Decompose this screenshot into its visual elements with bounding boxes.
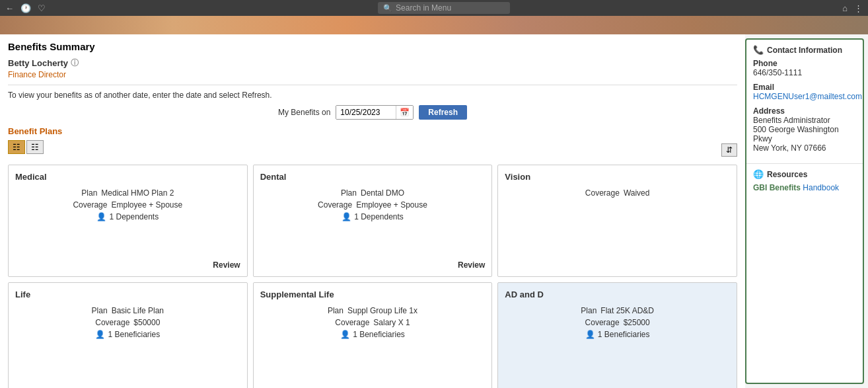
dependents-life: 👤 1 Beneficiaries — [15, 330, 240, 339]
plan-card-body-life: Plan Basic Life Plan Coverage $50000 👤 1… — [15, 306, 240, 387]
coverage-row-medical: Coverage Employee + Spouse — [15, 200, 240, 210]
globe-icon: 🌐 — [753, 169, 764, 179]
top-bar: ← 🕐 ♡ 🔍 ⌂ ⋮ — [0, 0, 868, 16]
plan-label-dental: Plan — [341, 188, 357, 198]
date-input[interactable] — [336, 106, 396, 119]
coverage-row-supplemental-life: Coverage Salary X 1 — [260, 318, 486, 327]
plan-card-ad-and-d: AD and D Plan Flat 25K AD&D Coverage $25… — [497, 282, 737, 388]
favorite-icon[interactable]: ♡ — [38, 3, 46, 13]
phone-label: Phone — [753, 59, 856, 68]
review-medical[interactable]: Review — [15, 260, 240, 270]
menu-icon[interactable]: ⋮ — [854, 3, 863, 13]
coverage-row-ad-and-d: Coverage $25000 — [505, 318, 730, 327]
plan-card-life: Life Plan Basic Life Plan Coverage $5000… — [8, 282, 248, 388]
address-label: Address — [753, 106, 856, 116]
page-title: Benefits Summary — [8, 41, 737, 52]
top-bar-right: ⌂ ⋮ — [842, 3, 863, 13]
refresh-button[interactable]: Refresh — [419, 105, 467, 120]
email-label: Email — [753, 83, 856, 92]
gbi-text: GBI Benefits — [753, 183, 801, 192]
coverage-row-vision: Coverage Waived — [505, 188, 730, 198]
coverage-value-vision: Waived — [624, 188, 650, 198]
dependents-text-dental: 1 Dependents — [354, 212, 404, 221]
plan-card-medical: Medical Plan Medical HMO Plan 2 Coverage… — [8, 165, 248, 277]
plan-card-body-ad-and-d: Plan Flat 25K AD&D Coverage $25000 👤 1 B… — [505, 306, 730, 387]
coverage-row-dental: Coverage Employee + Spouse — [260, 200, 486, 210]
dependents-medical: 👤 1 Dependents — [15, 212, 240, 221]
plan-value-life: Basic Life Plan — [112, 306, 164, 315]
search-input[interactable] — [396, 3, 501, 13]
contact-section-title: 📞 Contact Information — [753, 45, 856, 55]
benefit-plans-title: Benefit Plans — [8, 126, 737, 136]
home-icon[interactable]: ⌂ — [842, 3, 848, 13]
dependents-icon-medical: 👤 — [96, 212, 106, 221]
review-dental[interactable]: Review — [260, 260, 486, 270]
dependents-ad-and-d: 👤 1 Beneficiaries — [505, 330, 730, 339]
plan-card-title-medical: Medical — [15, 172, 240, 182]
sidebar: 📞 Contact Information Phone 646/350-1111… — [745, 38, 864, 384]
clock-icon[interactable]: 🕐 — [20, 3, 31, 13]
plan-card-supplemental-life: Supplemental Life Plan Suppl Group Life … — [253, 282, 493, 388]
dependents-text-medical: 1 Dependents — [109, 212, 159, 221]
benefits-instruction: To view your benefits as of another date… — [8, 91, 737, 100]
view-table-button[interactable]: ☷ — [26, 140, 44, 154]
view-card-button[interactable]: ☷ — [8, 140, 25, 154]
plan-name-row-medical: Plan Medical HMO Plan 2 — [15, 188, 240, 198]
coverage-label-supplemental-life: Coverage — [335, 318, 369, 327]
address-line2: 500 George Washington Pkwy — [753, 125, 856, 143]
back-icon[interactable]: ← — [5, 3, 14, 13]
plan-card-title-life: Life — [15, 290, 240, 299]
address-line1: Benefits Administrator — [753, 116, 856, 125]
plan-name-row-supplemental-life: Plan Suppl Group Life 1x — [260, 306, 486, 315]
divider — [8, 85, 737, 85]
dependents-icon-ad-and-d: 👤 — [585, 330, 595, 339]
calendar-icon[interactable]: 📅 — [396, 106, 413, 119]
plan-card-title-ad-and-d: AD and D — [505, 290, 730, 299]
plan-card-body-vision: Coverage Waived — [505, 188, 730, 270]
contact-section: 📞 Contact Information Phone 646/350-1111… — [746, 40, 863, 164]
info-icon[interactable]: ⓘ — [71, 58, 79, 69]
email-item: Email HCMGENUser1@mailtest.com — [753, 83, 856, 101]
coverage-value-life: $50000 — [133, 318, 160, 327]
dependents-icon-life: 👤 — [95, 330, 105, 339]
content-area: Benefits Summary Betty Locherty ⓘ Financ… — [0, 34, 745, 388]
employee-name: Betty Locherty ⓘ — [8, 58, 737, 69]
plan-value-supplemental-life: Suppl Group Life 1x — [347, 306, 417, 315]
dependents-icon-dental: 👤 — [342, 212, 351, 221]
email-value[interactable]: HCMGENUser1@mailtest.com — [753, 92, 856, 101]
banner — [0, 16, 868, 34]
coverage-label-dental: Coverage — [318, 200, 352, 210]
search-bar[interactable]: 🔍 — [378, 2, 510, 14]
plan-name-row-dental: Plan Dental DMO — [260, 188, 486, 198]
plan-name-row-ad-and-d: Plan Flat 25K AD&D — [505, 306, 730, 315]
plan-value-medical: Medical HMO Plan 2 — [101, 188, 174, 198]
gbi-benefits-link[interactable]: GBI Benefits Handbook — [753, 183, 856, 192]
plan-card-title-vision: Vision — [505, 172, 730, 182]
dependents-text-supplemental-life: 1 Beneficiaries — [353, 330, 405, 339]
plan-card-body-supplemental-life: Plan Suppl Group Life 1x Coverage Salary… — [260, 306, 486, 387]
date-label: My Benefits on — [278, 108, 330, 117]
main-container: Benefits Summary Betty Locherty ⓘ Financ… — [0, 34, 868, 388]
dependents-supplemental-life: 👤 1 Beneficiaries — [260, 330, 486, 339]
coverage-label-vision: Coverage — [585, 188, 620, 198]
plan-card-dental: Dental Plan Dental DMO Coverage Employee… — [253, 165, 493, 277]
dependents-dental: 👤 1 Dependents — [260, 212, 486, 221]
phone-section-icon: 📞 — [753, 45, 764, 55]
sort-button[interactable]: ⇵ — [721, 143, 737, 157]
date-controls: My Benefits on 📅 Refresh — [278, 105, 467, 120]
plan-value-dental: Dental DMO — [361, 188, 404, 198]
resources-title-text: Resources — [767, 170, 807, 179]
coverage-value-supplemental-life: Salary X 1 — [373, 318, 410, 327]
address-item: Address Benefits Administrator 500 Georg… — [753, 106, 856, 153]
coverage-value-dental: Employee + Spouse — [356, 200, 427, 210]
top-bar-left: ← 🕐 ♡ — [5, 3, 46, 13]
coverage-label-life: Coverage — [95, 318, 129, 327]
plans-grid: Medical Plan Medical HMO Plan 2 Coverage… — [8, 165, 737, 388]
employee-title: Finance Director — [8, 70, 737, 79]
contact-title-text: Contact Information — [767, 46, 842, 55]
phone-item: Phone 646/350-1111 — [753, 59, 856, 77]
plan-card-body-medical: Plan Medical HMO Plan 2 Coverage Employe… — [15, 188, 240, 255]
phone-value: 646/350-1111 — [753, 68, 856, 77]
plan-label-supplemental-life: Plan — [328, 306, 344, 315]
plan-value-ad-and-d: Flat 25K AD&D — [600, 306, 654, 315]
